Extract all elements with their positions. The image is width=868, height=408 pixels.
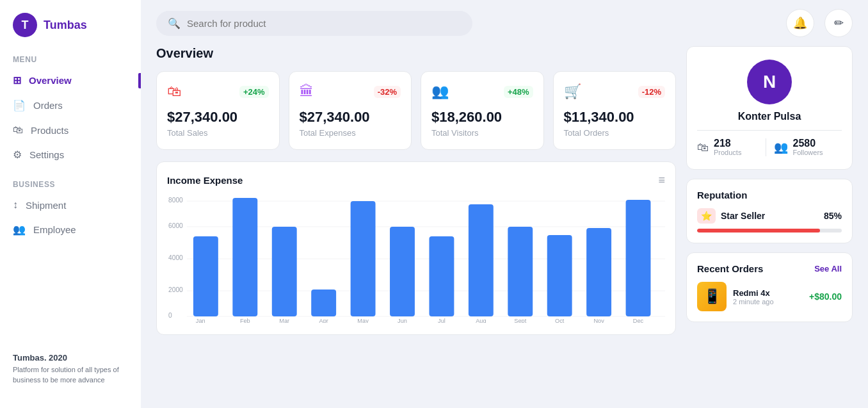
sales-value: $27,340.00 <box>167 109 269 126</box>
sales-label: Total Sales <box>167 128 269 138</box>
chart-area: 8000 6000 4000 2000 0 <box>167 195 665 323</box>
sidebar-item-employee-label: Employee <box>33 224 76 235</box>
stat-card-expenses: 🏛 -32% $27,340.00 Total Expenses <box>289 71 412 150</box>
order-info: Redmi 4x 2 minute ago <box>733 288 803 306</box>
sidebar-footer: Tumbas. 2020 Platform for solution of al… <box>0 343 141 395</box>
chart-title: Income Expense <box>167 175 243 186</box>
sidebar-item-products[interactable]: 🛍 Products <box>0 118 141 142</box>
sales-badge: +24% <box>239 86 269 98</box>
stats-grid: 🛍 +24% $27,340.00 Total Sales 🏛 -32% $27… <box>156 71 676 150</box>
stat-card-visitors: 👥 +48% $18,260.00 Total Visitors <box>421 71 544 150</box>
svg-text:2000: 2000 <box>168 286 183 293</box>
svg-text:Feb: Feb <box>240 318 250 323</box>
svg-text:May: May <box>357 318 369 323</box>
svg-text:Dec: Dec <box>633 318 644 323</box>
recent-orders-card: Recent Orders See All 📱 Redmi 4x 2 minut… <box>686 252 853 322</box>
brand: T Tumbas <box>0 13 141 50</box>
svg-rect-15 <box>390 227 415 316</box>
visitors-icon: 👥 <box>431 83 449 100</box>
svg-rect-18 <box>508 227 533 316</box>
income-expense-chart: Income Expense ≡ 8000 6000 4000 2000 0 <box>156 161 676 335</box>
sales-icon: 🛍 <box>167 83 181 100</box>
expenses-icon: 🏛 <box>300 83 314 100</box>
followers-stat-label: Followers <box>793 149 823 156</box>
star-seller-label: Star Seller <box>721 211 819 221</box>
stat-card-orders: 🛒 -12% $11,340.00 Total Orders <box>553 71 677 150</box>
svg-rect-21 <box>626 200 651 316</box>
followers-stat: 👥 2580 Followers <box>766 138 842 156</box>
page-title: Overview <box>156 46 676 61</box>
products-stat-label: Products <box>714 149 741 156</box>
reputation-card: Reputation ⭐ Star Seller 85% <box>686 179 853 243</box>
edit-button[interactable]: ✏ <box>824 9 853 37</box>
notification-button[interactable]: 🔔 <box>786 9 814 37</box>
reputation-title: Reputation <box>697 190 842 200</box>
svg-rect-16 <box>429 236 454 316</box>
sidebar-item-settings-label: Settings <box>29 149 64 160</box>
settings-icon: ⚙ <box>13 149 22 161</box>
star-seller-row: ⭐ Star Seller 85% <box>697 208 842 224</box>
orders-value: $11,340.00 <box>564 109 666 126</box>
svg-text:Aug: Aug <box>476 318 486 323</box>
orders-icon: 📄 <box>13 99 26 111</box>
sidebar-item-orders-label: Orders <box>33 100 63 111</box>
shipment-icon: ↕ <box>13 199 18 211</box>
chart-menu-icon[interactable]: ≡ <box>658 174 665 187</box>
search-icon: 🔍 <box>168 17 181 29</box>
footer-company: Tumbas. 2020 <box>13 353 128 363</box>
followers-stat-icon: 👥 <box>774 140 788 154</box>
order-thumb-icon: 📱 <box>703 288 721 305</box>
sidebar-item-settings[interactable]: ⚙ Settings <box>0 142 141 167</box>
sidebar-item-products-label: Products <box>31 125 68 136</box>
products-count: 218 <box>714 138 741 149</box>
profile-avatar: N <box>747 60 792 104</box>
sidebar-item-employee[interactable]: 👥 Employee <box>0 217 141 242</box>
products-stat-icon: 🛍 <box>697 141 709 154</box>
svg-rect-17 <box>469 204 494 316</box>
svg-text:6000: 6000 <box>168 222 183 229</box>
svg-text:Apr: Apr <box>319 318 328 323</box>
order-time: 2 minute ago <box>733 298 803 306</box>
visitors-badge: +48% <box>504 86 533 98</box>
profile-stats: 🛍 218 Products 👥 2580 Followers <box>697 130 842 156</box>
brand-avatar: T <box>13 13 37 37</box>
stat-card-sales: 🛍 +24% $27,340.00 Total Sales <box>156 71 280 150</box>
visitors-label: Total Visitors <box>431 128 533 138</box>
bar-chart: 8000 6000 4000 2000 0 <box>167 195 665 323</box>
orders-badge: -12% <box>638 86 665 98</box>
svg-text:Jun: Jun <box>398 318 407 323</box>
recent-orders-title: Recent Orders <box>697 263 763 274</box>
svg-text:Sept: Sept <box>514 318 526 323</box>
orders-stat-icon: 🛒 <box>564 83 581 100</box>
followers-count: 2580 <box>793 138 823 149</box>
reputation-progress-bar-fill <box>697 229 820 233</box>
recent-orders-header: Recent Orders See All <box>697 263 842 274</box>
svg-rect-11 <box>232 198 257 316</box>
pencil-icon: ✏ <box>834 16 844 30</box>
sidebar-item-orders[interactable]: 📄 Orders <box>0 93 141 118</box>
search-input[interactable] <box>187 18 461 29</box>
visitors-value: $18,260.00 <box>431 109 533 126</box>
sidebar-item-overview-label: Overview <box>29 75 72 86</box>
sidebar-item-shipment[interactable]: ↕ Shipment <box>0 193 141 217</box>
star-badge-icon: ⭐ <box>697 208 716 224</box>
svg-text:Nov: Nov <box>593 318 604 323</box>
svg-text:0: 0 <box>168 312 172 319</box>
profile-card: N Konter Pulsa 🛍 218 Products 👥 2580 <box>686 46 853 170</box>
sidebar-item-overview[interactable]: ⊞ Overview <box>0 68 141 93</box>
order-item: 📱 Redmi 4x 2 minute ago +$80.00 <box>697 282 842 311</box>
expenses-label: Total Expenses <box>300 128 401 138</box>
employee-icon: 👥 <box>13 224 26 236</box>
see-all-button[interactable]: See All <box>814 264 842 273</box>
svg-text:4000: 4000 <box>168 254 183 261</box>
sidebar-item-shipment-label: Shipment <box>26 200 66 211</box>
svg-rect-14 <box>351 201 376 316</box>
orders-label: Total Orders <box>564 128 666 138</box>
content-area: Overview 🛍 +24% $27,340.00 Total Sales 🏛… <box>141 46 868 408</box>
search-bar[interactable]: 🔍 <box>156 11 472 36</box>
svg-text:8000: 8000 <box>168 197 183 204</box>
right-panel: N Konter Pulsa 🛍 218 Products 👥 2580 <box>686 46 853 398</box>
menu-section-label: Menu <box>0 50 141 68</box>
overview-icon: ⊞ <box>13 74 21 86</box>
products-icon: 🛍 <box>13 124 23 136</box>
